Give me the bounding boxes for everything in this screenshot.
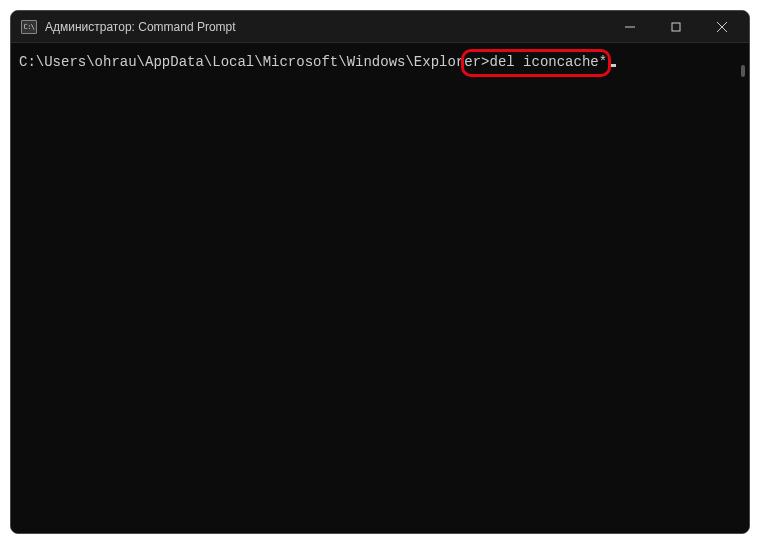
scrollbar-thumb[interactable] (741, 65, 745, 77)
maximize-button[interactable] (653, 11, 699, 42)
terminal-area[interactable]: C:\Users\ohrau\AppData\Local\Microsoft\W… (11, 43, 749, 533)
command-text: del iconcache* (489, 54, 607, 70)
titlebar[interactable]: C:\ Администратор: Command Prompt (11, 11, 749, 43)
command-line: C:\Users\ohrau\AppData\Local\Microsoft\W… (19, 54, 616, 70)
scrollbar[interactable] (739, 45, 747, 529)
close-button[interactable] (699, 11, 745, 42)
terminal-window: C:\ Администратор: Command Prompt C:\Use… (10, 10, 750, 534)
prompt-text: C:\Users\ohrau\AppData\Local\Microsoft\W… (19, 54, 489, 70)
cmd-icon: C:\ (21, 20, 37, 34)
svg-rect-1 (672, 23, 680, 31)
window-title: Администратор: Command Prompt (45, 20, 607, 34)
window-controls (607, 11, 745, 42)
minimize-button[interactable] (607, 11, 653, 42)
cursor (608, 64, 616, 67)
